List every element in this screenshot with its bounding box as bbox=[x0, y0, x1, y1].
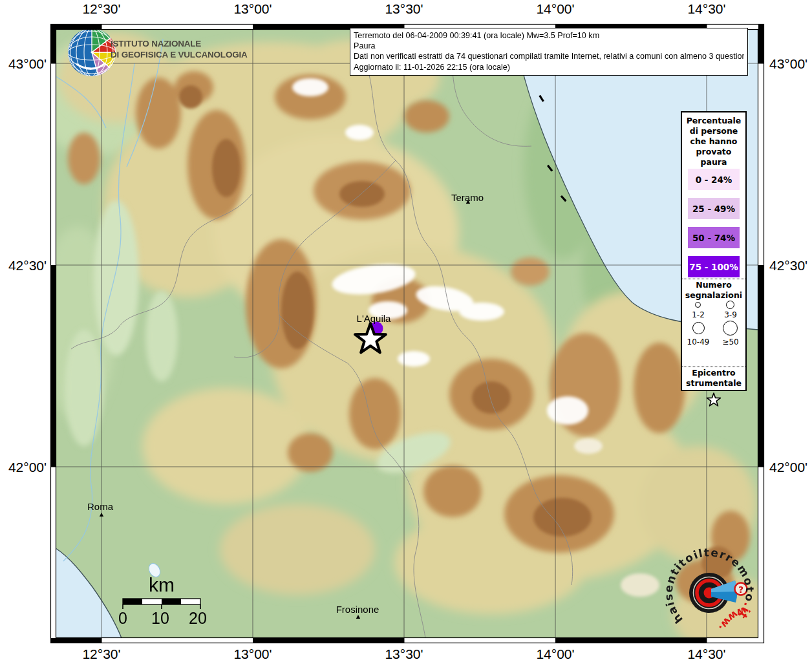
legend-signals-title: Numero segnalazioni bbox=[682, 280, 745, 301]
event-disclaimer: Dati non verificati estratti da 74 quest… bbox=[354, 51, 744, 61]
epicenter-star-icon bbox=[704, 390, 723, 410]
legend-panel: Percentuale di persone che hanno provato… bbox=[681, 111, 747, 391]
axis-top-3: 13°30' bbox=[377, 1, 431, 17]
legend-separator-2 bbox=[682, 367, 745, 367]
legend-class-75-100: 75 - 100% bbox=[688, 256, 740, 277]
legend-epicenter-symbol bbox=[682, 390, 745, 412]
event-updated-at: Aggiornato il: 11-01-2026 22:15 (ora loc… bbox=[354, 62, 744, 72]
legend-signal-sizes: 1-2 3-9 10-49 ≥50 bbox=[682, 301, 745, 365]
city-label-roma: Roma bbox=[65, 501, 136, 512]
signal-circle-50 bbox=[723, 321, 738, 336]
event-title: Terremoto del 06-04-2009 00:39:41 (ora l… bbox=[354, 30, 744, 41]
signal-circle-3-9 bbox=[726, 301, 734, 309]
scale-tick-20: 20 bbox=[178, 609, 217, 628]
event-info-box: Terremoto del 06-04-2009 00:39:41 (ora l… bbox=[350, 28, 748, 76]
ingv-wordmark-line2: DI GEOFISICA E VULCANOLOGIA bbox=[111, 50, 248, 61]
axis-bottom-4: 14°00' bbox=[528, 646, 582, 662]
scale-unit-label: km bbox=[136, 574, 187, 596]
axis-left-1: 43°00' bbox=[4, 56, 47, 72]
city-label-teramo: Teramo bbox=[432, 192, 503, 203]
city-label-laquila: L'Aquila bbox=[338, 313, 409, 324]
earthquake-felt-map: ? haisentitoilterremoto.it www. bbox=[0, 0, 812, 662]
city-label-frosinone: Frosinone bbox=[322, 604, 393, 615]
axis-top-4: 14°00' bbox=[528, 1, 582, 17]
scale-tick-0: 0 bbox=[103, 609, 142, 628]
legend-separator-1 bbox=[682, 279, 745, 279]
terrain-raster: ? haisentitoilterremoto.it www. bbox=[32, 28, 776, 653]
ingv-globe-logo bbox=[68, 28, 116, 76]
axis-top-1: 12°30' bbox=[74, 1, 129, 17]
axis-top-2: 13°00' bbox=[226, 1, 280, 17]
legend-epicenter-title: Epicentro strumentale bbox=[682, 368, 745, 389]
scale-tick-10: 10 bbox=[141, 609, 180, 628]
legend-title: Percentuale di persone che hanno provato… bbox=[682, 116, 745, 167]
ingv-wordmark: ISTITUTO NAZIONALE DI GEOFISICA E VULCAN… bbox=[111, 39, 248, 60]
axis-left-3: 42°00' bbox=[4, 460, 47, 475]
event-effect: Paura bbox=[354, 41, 744, 51]
axis-right-3: 42°00' bbox=[769, 460, 812, 475]
axis-right-1: 43°00' bbox=[769, 56, 812, 72]
axis-bottom-2: 13°00' bbox=[226, 646, 280, 662]
legend-class-0-24: 0 - 24% bbox=[688, 169, 740, 190]
legend-class-50-74: 50 - 74% bbox=[688, 227, 740, 248]
axis-right-2: 42°30' bbox=[769, 258, 812, 273]
axis-bottom-3: 13°30' bbox=[377, 646, 431, 662]
signal-circle-1-2 bbox=[695, 302, 701, 308]
ingv-wordmark-line1: ISTITUTO NAZIONALE bbox=[111, 39, 248, 50]
signal-circle-10-49 bbox=[692, 322, 705, 334]
axis-left-2: 42°30' bbox=[4, 258, 47, 273]
axis-bottom-1: 12°30' bbox=[74, 646, 129, 662]
axis-bottom-5: 14°30' bbox=[679, 646, 734, 662]
question-mark: ? bbox=[738, 584, 743, 595]
axis-top-5: 14°30' bbox=[679, 1, 734, 17]
legend-class-25-49: 25 - 49% bbox=[688, 198, 740, 219]
